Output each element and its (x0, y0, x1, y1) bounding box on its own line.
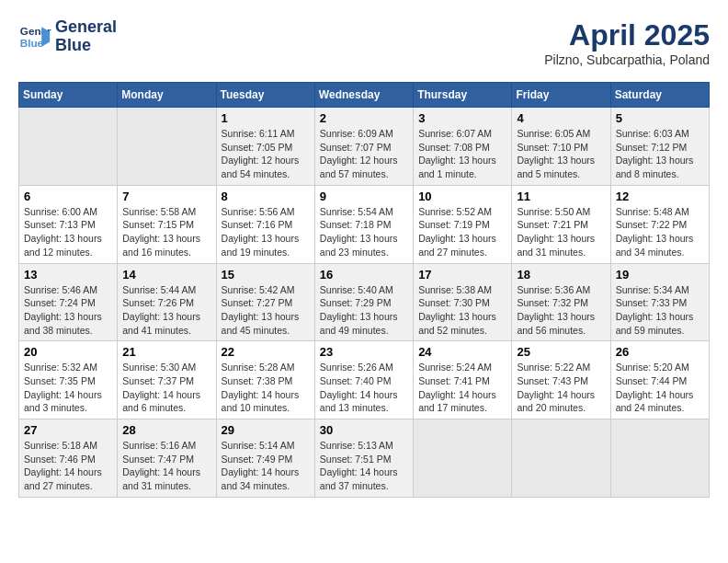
calendar: SundayMondayTuesdayWednesdayThursdayFrid… (18, 82, 710, 498)
day-info: Sunrise: 5:36 AM Sunset: 7:32 PM Dayligh… (517, 283, 605, 338)
weekday-wednesday: Wednesday (314, 83, 413, 108)
calendar-cell: 26Sunrise: 5:20 AM Sunset: 7:44 PM Dayli… (610, 341, 709, 419)
weekday-friday: Friday (512, 83, 610, 108)
calendar-cell (414, 419, 512, 498)
day-number: 4 (517, 111, 605, 125)
calendar-cell: 24Sunrise: 5:24 AM Sunset: 7:41 PM Dayli… (414, 341, 512, 419)
calendar-week-2: 6Sunrise: 6:00 AM Sunset: 7:13 PM Daylig… (19, 185, 710, 263)
calendar-cell: 29Sunrise: 5:14 AM Sunset: 7:49 PM Dayli… (216, 419, 314, 498)
calendar-cell: 7Sunrise: 5:58 AM Sunset: 7:15 PM Daylig… (118, 185, 216, 263)
weekday-thursday: Thursday (414, 83, 512, 108)
day-info: Sunrise: 6:09 AM Sunset: 7:07 PM Dayligh… (320, 127, 408, 181)
calendar-cell: 14Sunrise: 5:44 AM Sunset: 7:26 PM Dayli… (118, 263, 216, 341)
day-number: 29 (222, 423, 310, 437)
day-info: Sunrise: 5:18 AM Sunset: 7:46 PM Dayligh… (24, 439, 112, 493)
day-number: 16 (320, 268, 408, 282)
day-number: 30 (320, 423, 408, 437)
weekday-tuesday: Tuesday (216, 83, 314, 108)
logo-text-blue: Blue (55, 37, 117, 55)
calendar-cell: 10Sunrise: 5:52 AM Sunset: 7:19 PM Dayli… (414, 185, 512, 263)
weekday-monday: Monday (118, 83, 216, 108)
day-number: 9 (320, 190, 408, 203)
day-info: Sunrise: 6:11 AM Sunset: 7:05 PM Dayligh… (222, 127, 310, 181)
day-info: Sunrise: 5:22 AM Sunset: 7:43 PM Dayligh… (517, 361, 605, 415)
day-info: Sunrise: 5:40 AM Sunset: 7:29 PM Dayligh… (320, 283, 408, 338)
day-info: Sunrise: 6:00 AM Sunset: 7:13 PM Dayligh… (24, 205, 112, 259)
logo: General Blue General Blue (18, 18, 117, 55)
day-number: 24 (418, 345, 506, 359)
day-info: Sunrise: 5:20 AM Sunset: 7:44 PM Dayligh… (616, 361, 704, 415)
day-number: 6 (24, 190, 112, 203)
day-info: Sunrise: 5:30 AM Sunset: 7:37 PM Dayligh… (122, 361, 210, 415)
day-info: Sunrise: 5:24 AM Sunset: 7:41 PM Dayligh… (418, 361, 506, 415)
day-info: Sunrise: 5:44 AM Sunset: 7:26 PM Dayligh… (122, 283, 210, 338)
calendar-cell: 4Sunrise: 6:05 AM Sunset: 7:10 PM Daylig… (512, 108, 610, 186)
calendar-cell (19, 108, 118, 186)
calendar-cell: 1Sunrise: 6:11 AM Sunset: 7:05 PM Daylig… (216, 108, 314, 186)
day-info: Sunrise: 5:42 AM Sunset: 7:27 PM Dayligh… (222, 283, 310, 338)
day-info: Sunrise: 5:56 AM Sunset: 7:16 PM Dayligh… (222, 205, 310, 259)
calendar-cell: 21Sunrise: 5:30 AM Sunset: 7:37 PM Dayli… (118, 341, 216, 419)
logo-text-general: General (55, 18, 117, 37)
calendar-cell: 25Sunrise: 5:22 AM Sunset: 7:43 PM Dayli… (512, 341, 610, 419)
day-number: 3 (418, 111, 506, 125)
weekday-saturday: Saturday (610, 83, 709, 108)
calendar-cell: 20Sunrise: 5:32 AM Sunset: 7:35 PM Dayli… (19, 341, 118, 419)
svg-text:Blue: Blue (20, 37, 44, 49)
day-info: Sunrise: 5:32 AM Sunset: 7:35 PM Dayligh… (24, 361, 112, 415)
calendar-week-3: 13Sunrise: 5:46 AM Sunset: 7:24 PM Dayli… (19, 263, 710, 341)
day-number: 22 (222, 345, 310, 359)
day-number: 13 (24, 268, 112, 282)
day-info: Sunrise: 6:05 AM Sunset: 7:10 PM Dayligh… (517, 127, 605, 181)
subtitle: Pilzno, Subcarpathia, Poland (544, 52, 710, 67)
calendar-cell: 19Sunrise: 5:34 AM Sunset: 7:33 PM Dayli… (610, 263, 709, 341)
day-info: Sunrise: 5:14 AM Sunset: 7:49 PM Dayligh… (222, 439, 310, 493)
day-info: Sunrise: 5:28 AM Sunset: 7:38 PM Dayligh… (222, 361, 310, 415)
day-info: Sunrise: 5:38 AM Sunset: 7:30 PM Dayligh… (418, 283, 506, 338)
calendar-week-4: 20Sunrise: 5:32 AM Sunset: 7:35 PM Dayli… (19, 341, 710, 419)
day-number: 27 (24, 423, 112, 437)
day-number: 19 (616, 268, 704, 282)
day-number: 26 (616, 345, 704, 359)
day-number: 1 (222, 111, 310, 125)
day-info: Sunrise: 5:26 AM Sunset: 7:40 PM Dayligh… (320, 361, 408, 415)
day-number: 10 (418, 190, 506, 203)
header: General Blue General Blue April 2025 Pil… (18, 18, 710, 67)
day-number: 7 (122, 190, 210, 203)
calendar-cell: 16Sunrise: 5:40 AM Sunset: 7:29 PM Dayli… (314, 263, 413, 341)
day-info: Sunrise: 5:16 AM Sunset: 7:47 PM Dayligh… (122, 439, 210, 493)
calendar-cell: 30Sunrise: 5:13 AM Sunset: 7:51 PM Dayli… (314, 419, 413, 498)
calendar-week-1: 1Sunrise: 6:11 AM Sunset: 7:05 PM Daylig… (19, 108, 710, 186)
calendar-cell: 23Sunrise: 5:26 AM Sunset: 7:40 PM Dayli… (314, 341, 413, 419)
day-info: Sunrise: 5:54 AM Sunset: 7:18 PM Dayligh… (320, 205, 408, 259)
calendar-cell: 12Sunrise: 5:48 AM Sunset: 7:22 PM Dayli… (610, 185, 709, 263)
day-number: 17 (418, 268, 506, 282)
day-number: 28 (122, 423, 210, 437)
calendar-cell: 18Sunrise: 5:36 AM Sunset: 7:32 PM Dayli… (512, 263, 610, 341)
day-info: Sunrise: 6:07 AM Sunset: 7:08 PM Dayligh… (418, 127, 506, 181)
calendar-cell: 2Sunrise: 6:09 AM Sunset: 7:07 PM Daylig… (314, 108, 413, 186)
day-info: Sunrise: 5:52 AM Sunset: 7:19 PM Dayligh… (418, 205, 506, 259)
day-info: Sunrise: 5:46 AM Sunset: 7:24 PM Dayligh… (24, 283, 112, 338)
calendar-cell (610, 419, 709, 498)
calendar-cell: 28Sunrise: 5:16 AM Sunset: 7:47 PM Dayli… (118, 419, 216, 498)
calendar-cell: 8Sunrise: 5:56 AM Sunset: 7:16 PM Daylig… (216, 185, 314, 263)
calendar-cell: 9Sunrise: 5:54 AM Sunset: 7:18 PM Daylig… (314, 185, 413, 263)
calendar-cell (118, 108, 216, 186)
day-info: Sunrise: 5:50 AM Sunset: 7:21 PM Dayligh… (517, 205, 605, 259)
calendar-cell: 22Sunrise: 5:28 AM Sunset: 7:38 PM Dayli… (216, 341, 314, 419)
day-number: 23 (320, 345, 408, 359)
day-info: Sunrise: 5:58 AM Sunset: 7:15 PM Dayligh… (122, 205, 210, 259)
day-number: 12 (616, 190, 704, 203)
month-title: April 2025 (544, 18, 710, 52)
day-number: 14 (122, 268, 210, 282)
day-number: 8 (222, 190, 310, 203)
calendar-cell (512, 419, 610, 498)
calendar-header: SundayMondayTuesdayWednesdayThursdayFrid… (19, 83, 710, 108)
calendar-cell: 27Sunrise: 5:18 AM Sunset: 7:46 PM Dayli… (19, 419, 118, 498)
calendar-cell: 15Sunrise: 5:42 AM Sunset: 7:27 PM Dayli… (216, 263, 314, 341)
calendar-cell: 13Sunrise: 5:46 AM Sunset: 7:24 PM Dayli… (19, 263, 118, 341)
calendar-cell: 6Sunrise: 6:00 AM Sunset: 7:13 PM Daylig… (19, 185, 118, 263)
calendar-cell: 3Sunrise: 6:07 AM Sunset: 7:08 PM Daylig… (414, 108, 512, 186)
logo-icon: General Blue (18, 20, 51, 53)
